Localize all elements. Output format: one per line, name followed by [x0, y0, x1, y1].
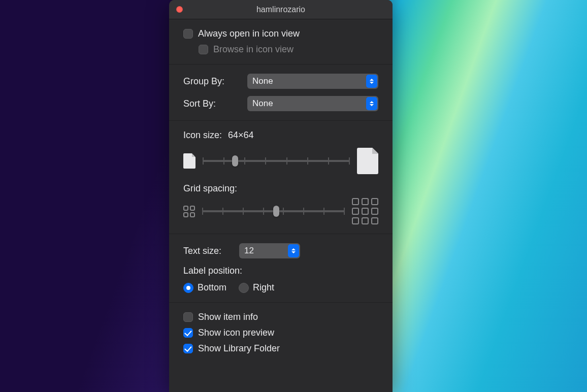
text-size-label: Text size:	[183, 246, 230, 256]
group-by-select[interactable]: None	[247, 74, 378, 89]
grid-spacing-slider[interactable]	[202, 210, 345, 212]
label-position-right-label: Right	[253, 282, 274, 293]
always-open-checkbox[interactable]	[183, 29, 193, 39]
chevron-updown-icon	[288, 244, 299, 257]
browse-checkbox[interactable]	[199, 45, 208, 54]
section-grouping: Group By: None Sort By: None	[169, 64, 393, 121]
show-library-folder-label: Show Library Folder	[198, 343, 280, 354]
window-title: hamlinrozario	[169, 5, 393, 14]
grid-small-icon	[183, 206, 195, 217]
sort-by-select[interactable]: None	[247, 96, 378, 111]
sort-by-label: Sort By:	[183, 99, 238, 109]
label-position-label: Label position:	[183, 266, 378, 276]
sort-by-value: None	[252, 99, 273, 109]
label-position-right-radio[interactable]	[239, 283, 249, 293]
show-item-info-label: Show item info	[198, 312, 258, 322]
section-view-mode: Always open in icon view Browse in icon …	[169, 19, 393, 64]
close-button[interactable]	[176, 6, 183, 13]
view-options-window: hamlinrozario Always open in icon view B…	[169, 0, 393, 392]
icon-size-slider[interactable]	[203, 160, 350, 162]
label-position-bottom-label: Bottom	[198, 282, 226, 293]
small-file-icon	[183, 153, 195, 169]
icon-size-thumb[interactable]	[232, 155, 238, 167]
grid-spacing-label: Grid spacing:	[183, 183, 378, 194]
icon-size-value: 64×64	[228, 130, 254, 141]
show-library-folder-checkbox[interactable]	[183, 344, 193, 353]
label-position-bottom-radio[interactable]	[183, 283, 193, 293]
show-item-info-checkbox[interactable]	[183, 312, 193, 322]
browse-label: Browse in icon view	[213, 44, 294, 55]
grid-large-icon	[352, 198, 378, 224]
grid-spacing-thumb[interactable]	[273, 206, 279, 217]
group-by-label: Group By:	[183, 76, 238, 87]
text-size-value: 12	[244, 246, 254, 256]
text-size-select[interactable]: 12	[239, 243, 300, 258]
large-file-icon	[357, 148, 378, 174]
show-icon-preview-label: Show icon preview	[198, 328, 274, 338]
icon-size-label: Icon size:	[183, 130, 222, 141]
group-by-value: None	[252, 76, 273, 86]
chevron-updown-icon	[366, 75, 377, 88]
titlebar: hamlinrozario	[169, 0, 393, 19]
chevron-updown-icon	[366, 97, 377, 110]
show-icon-preview-checkbox[interactable]	[183, 328, 193, 338]
always-open-label: Always open in icon view	[198, 28, 300, 39]
section-text-label: Text size: 12 Label position: Bottom Rig…	[169, 234, 393, 303]
section-icon-grid: Icon size: 64×64 Grid spacing:	[169, 121, 393, 234]
section-show-options: Show item info Show icon preview Show Li…	[169, 303, 393, 363]
